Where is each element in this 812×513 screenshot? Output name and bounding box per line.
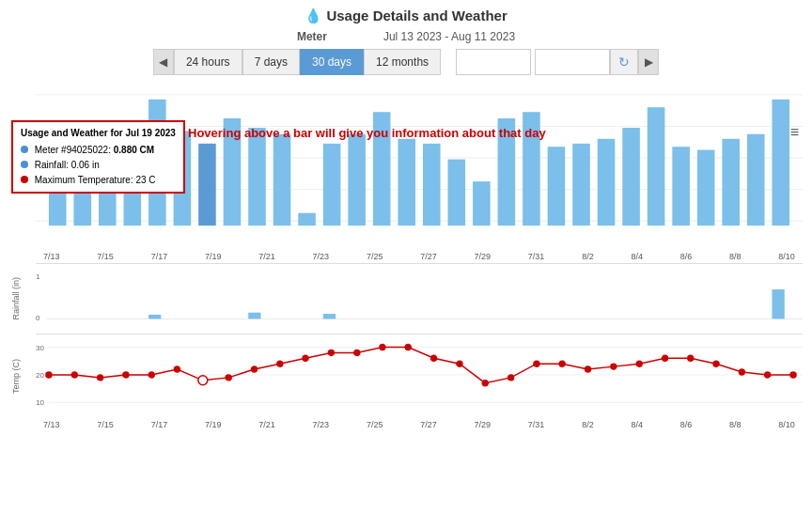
x-label: 7/27 [420, 420, 437, 429]
temp-dot [198, 376, 208, 385]
temp-dot [328, 350, 334, 355]
temp-chart-svg: 102030 [36, 334, 803, 410]
temp-dot [303, 355, 308, 361]
temp-dot [123, 372, 129, 378]
bar[interactable] [672, 147, 690, 225]
temp-container: Temp (C) 102030 [9, 334, 803, 419]
bar[interactable] [648, 107, 665, 225]
x-axis-labels: 7/137/157/177/197/217/237/257/277/297/31… [36, 252, 803, 261]
temp-svg-area: 102030 [36, 334, 803, 412]
x-label: 7/19 [205, 252, 222, 261]
tooltip-title: Usage and Weather for Jul 19 2023 [21, 126, 176, 141]
tab-30days[interactable]: 30 days [300, 49, 364, 75]
temp-dot [226, 375, 231, 381]
x-label: 7/13 [43, 252, 60, 261]
hover-hint: Hovering above a bar will give you infor… [188, 126, 546, 140]
x-axis-labels-bottom: 7/137/157/177/197/217/237/257/277/297/31… [36, 420, 803, 429]
temp-dot [431, 355, 437, 361]
x-label: 7/31 [528, 420, 545, 429]
menu-icon[interactable]: ≡ [790, 124, 799, 141]
x-label: 7/17 [151, 252, 168, 261]
bar[interactable] [398, 139, 415, 225]
x-label: 8/2 [582, 420, 594, 429]
x-label: 8/10 [778, 420, 795, 429]
temp-dot [354, 350, 360, 355]
x-label: 8/10 [778, 252, 795, 261]
tooltip-text-3: Maximum Temperature: 23 C [35, 175, 156, 185]
temp-dot [405, 345, 411, 350]
temp-dot [739, 369, 744, 375]
bar[interactable] [598, 139, 616, 225]
tab-24hours[interactable]: 24 hours [174, 49, 242, 75]
x-label: 8/4 [631, 252, 643, 261]
x-label: 7/13 [43, 420, 60, 429]
rainfall-container: Rainfall (in) 01 [9, 266, 803, 332]
bar[interactable] [348, 134, 366, 225]
x-label: 7/17 [151, 420, 168, 429]
bar[interactable] [198, 144, 216, 225]
tooltip-item-3: Maximum Temperature: 23 C [21, 173, 176, 188]
temp-dot [765, 372, 771, 378]
temp-dot [277, 361, 283, 366]
temp-dot [662, 355, 667, 361]
bar[interactable] [248, 128, 266, 225]
rainfall-bar [148, 315, 161, 319]
rainfall-bar [772, 289, 784, 319]
svg-text:30: 30 [36, 344, 44, 352]
temp-dot [611, 364, 617, 369]
temp-dot [636, 361, 642, 366]
bar[interactable] [448, 160, 466, 226]
temp-dot [380, 345, 385, 350]
bar[interactable] [423, 144, 441, 225]
nav-right-arrow[interactable]: ▶ [638, 49, 659, 75]
bar[interactable] [772, 100, 789, 225]
bar[interactable] [473, 181, 491, 225]
x-label: 8/4 [631, 420, 643, 429]
temp-dot [457, 361, 462, 366]
bar[interactable] [323, 144, 341, 225]
bar[interactable] [722, 139, 740, 225]
x-label: 7/29 [475, 252, 492, 261]
x-label: 7/27 [420, 252, 437, 261]
x-label: 8/2 [582, 252, 594, 261]
tooltip-dot-1 [21, 146, 28, 153]
temp-dot [790, 372, 796, 378]
tab-12months[interactable]: 12 months [364, 49, 441, 75]
temp-dot [148, 372, 154, 378]
bar[interactable] [548, 147, 566, 225]
rainfall-y-label: Rainfall (in) [11, 277, 21, 320]
bar[interactable] [697, 150, 715, 226]
x-label: 7/23 [313, 252, 330, 261]
temp-dot [586, 366, 591, 372]
x-label: 8/8 [729, 420, 742, 429]
tooltip-text-1: Meter #94025022: 0.880 CM [35, 145, 154, 155]
svg-text:20: 20 [36, 371, 44, 380]
date-range: Jul 13 2023 - Aug 11 2023 [383, 30, 515, 43]
bar[interactable] [622, 128, 640, 225]
date-from-input[interactable] [456, 49, 531, 75]
x-label: 7/15 [97, 252, 114, 261]
temp-dot [508, 375, 514, 381]
refresh-button[interactable]: ↻ [610, 49, 638, 75]
tab-7days[interactable]: 7 days [242, 49, 300, 75]
nav-left-arrow[interactable]: ◀ [153, 49, 174, 75]
bar[interactable] [747, 134, 765, 225]
x-label: 7/21 [258, 420, 275, 429]
divider-1 [36, 263, 803, 264]
temp-dot [175, 366, 180, 372]
x-label: 8/6 [680, 420, 693, 429]
meter-row: Meter Jul 13 2023 - Aug 11 2023 [0, 28, 812, 45]
bar[interactable] [273, 134, 291, 225]
rainfall-bar [248, 313, 260, 319]
tooltip-box: Usage and Weather for Jul 19 2023 Meter … [11, 120, 185, 194]
date-to-input[interactable] [535, 49, 610, 75]
tabs-row: ◀ 24 hours 7 days 30 days 12 months ↻ ▶ [0, 45, 812, 79]
tooltip-dot-2 [21, 161, 28, 168]
x-label: 7/31 [528, 252, 545, 261]
bar[interactable] [298, 213, 316, 225]
x-label: 7/19 [205, 420, 222, 429]
temp-line [49, 348, 793, 383]
bar[interactable] [572, 144, 590, 225]
tooltip-item-1: Meter #94025022: 0.880 CM [21, 143, 176, 158]
temp-dot [71, 372, 77, 378]
